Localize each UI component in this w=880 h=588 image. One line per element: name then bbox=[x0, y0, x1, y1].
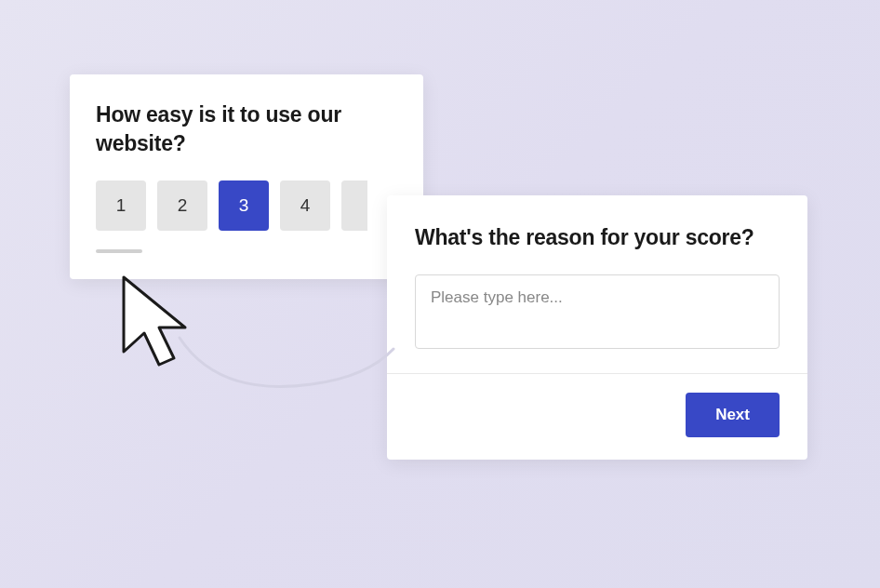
rating-button-group: 1 2 3 4 bbox=[96, 180, 397, 231]
progress-indicator bbox=[96, 249, 142, 253]
rating-option-1[interactable]: 1 bbox=[96, 180, 146, 231]
divider bbox=[387, 373, 807, 374]
card-footer: Next bbox=[415, 393, 780, 437]
rating-option-4[interactable]: 4 bbox=[280, 180, 330, 231]
reason-question: What's the reason for your score? bbox=[415, 223, 780, 252]
rating-question: How easy is it to use our website? bbox=[96, 100, 397, 158]
rating-option-2[interactable]: 2 bbox=[157, 180, 207, 231]
cursor-pointer-icon bbox=[107, 270, 214, 386]
reason-input[interactable] bbox=[415, 274, 780, 349]
rating-option-partial[interactable] bbox=[341, 180, 367, 231]
rating-survey-card: How easy is it to use our website? 1 2 3… bbox=[70, 74, 423, 279]
reason-survey-card: What's the reason for your score? Next bbox=[387, 195, 807, 460]
next-button[interactable]: Next bbox=[686, 393, 780, 437]
rating-option-3[interactable]: 3 bbox=[219, 180, 269, 231]
